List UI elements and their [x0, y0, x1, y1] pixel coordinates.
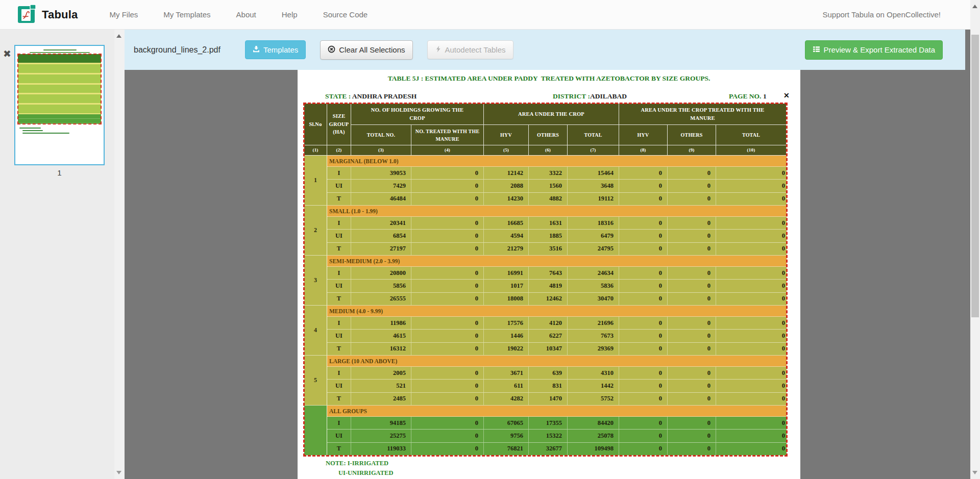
value-cell: 0	[716, 343, 787, 355]
irrigation-type-cell: UI	[327, 230, 351, 242]
table-row: UI74290208815603648000	[327, 180, 787, 192]
table-row: I2005036716394310000	[327, 367, 787, 380]
irrigation-type-cell: UI	[327, 330, 351, 342]
scrollbar-thumb[interactable]	[971, 35, 979, 317]
value-cell: 639	[529, 367, 568, 379]
size-group-band: MEDIUM (4.0 - 9.99)	[327, 306, 787, 317]
main-area: background_lines_2.pdf Templates Clear A…	[125, 30, 970, 479]
scroll-up-icon[interactable]	[116, 34, 121, 38]
header-col-number: (9)	[668, 145, 716, 156]
flash-icon	[435, 45, 442, 54]
header-sub: TOTAL	[716, 125, 787, 145]
scroll-down-icon[interactable]	[116, 471, 121, 474]
pdf-page[interactable]: TABLE 5J : ESTIMATED AREA UNDER PADDY TR…	[298, 70, 800, 479]
table-row: T24850428214705752000	[327, 393, 787, 406]
scroll-up-icon[interactable]	[972, 5, 977, 8]
thumbnail-note-line	[19, 128, 41, 129]
value-cell: 3648	[568, 180, 619, 192]
table-row: UI25275097561532225078000	[327, 430, 787, 442]
delete-page-icon[interactable]: ✖	[3, 49, 11, 59]
value-cell: 17576	[484, 317, 529, 329]
nav-item-my-files[interactable]: My Files	[109, 10, 138, 19]
value-cell: 0	[411, 180, 484, 192]
value-cell: 1446	[484, 330, 529, 342]
value-cell: 0	[716, 380, 787, 392]
value-cell: 0	[411, 430, 484, 442]
irrigation-type-cell: I	[327, 217, 351, 229]
thumbnail-note-line	[22, 130, 43, 131]
value-cell: 5752	[568, 393, 619, 405]
value-cell: 7429	[351, 180, 411, 192]
thumbnail-mini-table	[18, 54, 101, 124]
brand-title: Tabula	[42, 8, 78, 21]
header-holdings-group: NO. OF HOLDINGS GROWING THE CROP	[351, 104, 484, 125]
main-scrollbar[interactable]	[970, 0, 980, 479]
value-cell: 10347	[529, 343, 568, 355]
note-line-2: UI-UNIRRIGATED	[338, 469, 393, 477]
autodetect-tables-button[interactable]: Autodetect Tables	[427, 40, 513, 59]
value-cell: 0	[619, 193, 668, 205]
group-rows: ALL GROUPSI941850670651735584420000UI252…	[327, 406, 787, 456]
value-cell: 0	[716, 393, 787, 405]
value-cell: 19022	[484, 343, 529, 355]
preview-export-button[interactable]: Preview & Export Extracted Data	[805, 40, 943, 60]
value-cell: 0	[716, 167, 787, 179]
irrigation-type-cell: UI	[327, 430, 351, 442]
slno-cell	[304, 406, 327, 456]
value-cell: 0	[668, 380, 716, 392]
clear-selections-button[interactable]: Clear All Selections	[320, 40, 412, 60]
header-col-number: (10)	[716, 145, 787, 156]
templates-button[interactable]: Templates	[245, 40, 306, 59]
selection-close-icon[interactable]: ✕	[783, 91, 790, 99]
district-line: DISTRICT :ADILABAD	[553, 92, 627, 100]
value-cell: 4615	[351, 330, 411, 342]
table-row: I941850670651735584420000	[327, 417, 787, 430]
table-row: I39053012142332215464000	[327, 167, 787, 180]
page-thumbnail[interactable]	[14, 45, 105, 165]
support-link[interactable]: Support Tabula on OpenCollective!	[822, 10, 941, 19]
value-cell: 29369	[568, 343, 619, 355]
value-cell: 0	[619, 280, 668, 292]
table-group: 5LARGE (10 AND ABOVE)I200503671639431000…	[304, 356, 787, 406]
value-cell: 6227	[529, 330, 568, 342]
value-cell: 0	[411, 243, 484, 255]
header-col-number: (7)	[568, 145, 619, 156]
group-rows: MARGINAL (BELOW 1.0)I3905301214233221546…	[327, 156, 787, 206]
value-cell: 0	[716, 193, 787, 205]
value-cell: 9756	[484, 430, 529, 442]
scroll-down-icon[interactable]	[972, 471, 977, 474]
value-cell: 94185	[351, 417, 411, 429]
irrigation-type-cell: T	[327, 393, 351, 405]
value-cell: 0	[716, 443, 787, 455]
value-cell: 30470	[568, 293, 619, 305]
value-cell: 0	[668, 193, 716, 205]
group-rows: SEMI-MEDIUM (2.0 - 3.99)I208000169917643…	[327, 256, 787, 306]
brand[interactable]: Tabula	[17, 3, 78, 27]
irrigation-type-cell: I	[327, 267, 351, 279]
value-cell: 4120	[529, 317, 568, 329]
nav-item-help[interactable]: Help	[282, 10, 298, 19]
value-cell: 0	[619, 180, 668, 192]
value-cell: 0	[716, 180, 787, 192]
value-cell: 46484	[351, 193, 411, 205]
thumbnail-note-line	[22, 133, 69, 134]
nav-item-my-templates[interactable]: My Templates	[163, 10, 210, 19]
value-cell: 18316	[568, 217, 619, 229]
value-cell: 0	[411, 193, 484, 205]
irrigation-type-cell: I	[327, 167, 351, 179]
irrigation-type-cell: UI	[327, 180, 351, 192]
value-cell: 11986	[351, 317, 411, 329]
nav-item-about[interactable]: About	[236, 10, 256, 19]
header-size-group: SIZE GROUP (HA)	[327, 104, 351, 145]
nav-item-source-code[interactable]: Source Code	[323, 10, 368, 19]
value-cell: 16991	[484, 267, 529, 279]
data-table: Sl.NoSIZE GROUP (HA)NO. OF HOLDINGS GROW…	[304, 104, 787, 456]
value-cell: 0	[668, 267, 716, 279]
table-group: 3SEMI-MEDIUM (2.0 - 3.99)I20800016991764…	[304, 256, 787, 306]
sidebar-scrollbar[interactable]	[114, 30, 125, 479]
value-cell: 2088	[484, 180, 529, 192]
slno-cell: 2	[304, 206, 327, 256]
value-cell: 831	[529, 380, 568, 392]
value-cell: 0	[411, 267, 484, 279]
value-cell: 0	[619, 243, 668, 255]
